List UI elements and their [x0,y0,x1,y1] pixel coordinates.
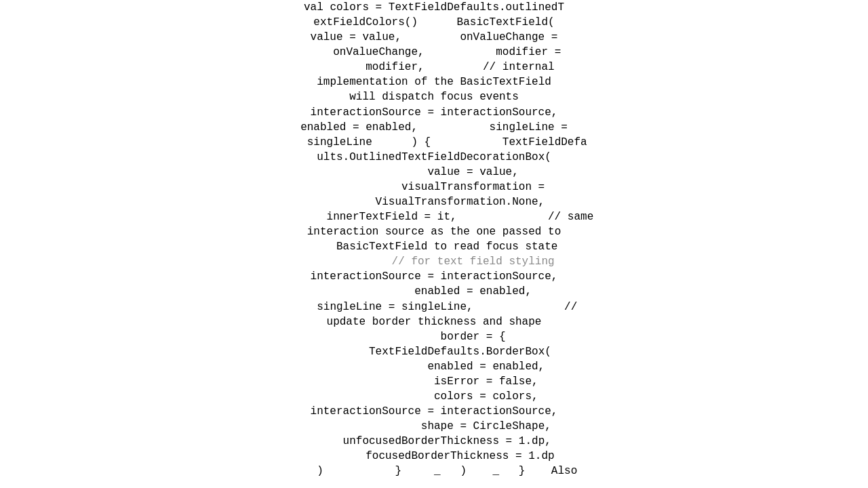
code-line: onValueChange, modifier = [14,45,854,60]
code-line: value = value, [14,165,854,180]
code-line: update border thickness and shape [14,314,854,329]
code-block: val colors = TextFieldDefaults.outlinedT… [14,0,854,488]
code-container: val colors = TextFieldDefaults.outlinedT… [0,0,868,488]
code-line: interactionSource = interactionSource, [14,105,854,120]
code-line: ) } _ ) _ } Also [14,464,854,479]
code-line: isError = false, [14,374,854,389]
code-line: unfocusedBorderThickness = 1.dp, [14,434,854,449]
code-line: // for text field styling [14,254,854,269]
code-line: singleLine ) { TextFieldDefa [14,135,854,150]
code-line: visualTransformation = [14,180,854,195]
code-line: innerTextField = it, // same [14,209,854,224]
code-line: singleLine = singleLine, // [14,300,854,314]
code-line: extFieldColors() BasicTextField( [14,15,854,30]
code-line: focusedBorderThickness = 1.dp [14,449,854,464]
code-line: interactionSource = interactionSource, [14,404,854,419]
code-line: VisualTransformation.None, [14,195,854,209]
code-line: shape = CircleShape, [14,419,854,434]
code-line: BasicTextField to read focus state [14,239,854,254]
code-line: enabled = enabled, singleLine = [14,120,854,135]
code-line: implementation of the BasicTextField [14,75,854,89]
code-line: modifier, // internal [14,60,854,75]
code-line: enabled = enabled, [14,359,854,374]
code-line: will dispatch focus events [14,89,854,104]
code-line: val colors = TextFieldDefaults.outlinedT [14,0,854,15]
code-line: colors = colors, [14,389,854,404]
code-line: _ [14,479,854,489]
code-line: enabled = enabled, [14,284,854,299]
code-line: ults.OutlinedTextFieldDecorationBox( [14,150,854,165]
code-line: border = { [14,329,854,344]
code-line: interaction source as the one passed to [14,224,854,239]
code-line: TextFieldDefaults.BorderBox( [14,344,854,359]
code-line: interactionSource = interactionSource, [14,269,854,284]
code-line: value = value, onValueChange = [14,30,854,45]
